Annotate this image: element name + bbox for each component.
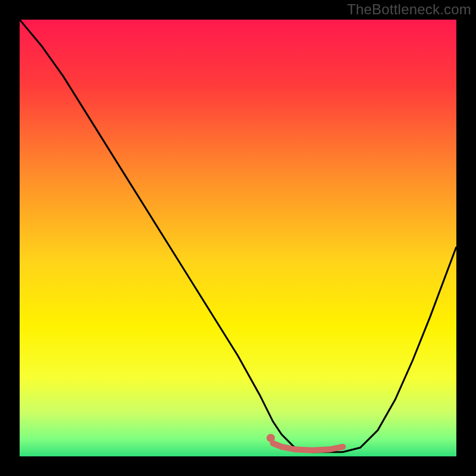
optimal-marker: [267, 434, 275, 442]
chart-frame: TheBottleneck.com: [0, 0, 476, 476]
watermark-text: TheBottleneck.com: [347, 1, 471, 18]
plot-background: [20, 20, 456, 456]
chart-svg: [0, 0, 476, 476]
